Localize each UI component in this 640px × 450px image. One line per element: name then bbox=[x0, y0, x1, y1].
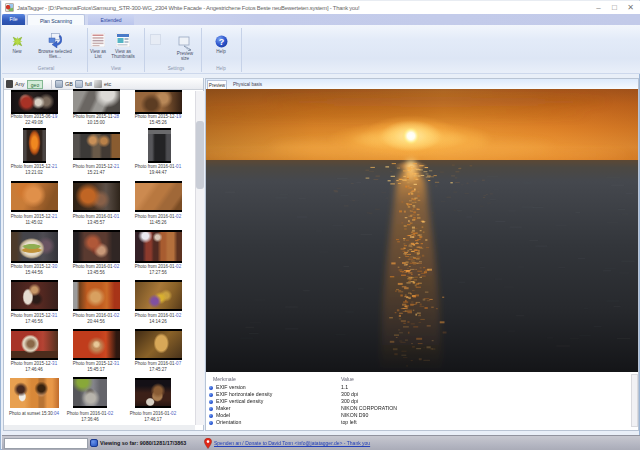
svg-text:?: ? bbox=[219, 37, 225, 47]
